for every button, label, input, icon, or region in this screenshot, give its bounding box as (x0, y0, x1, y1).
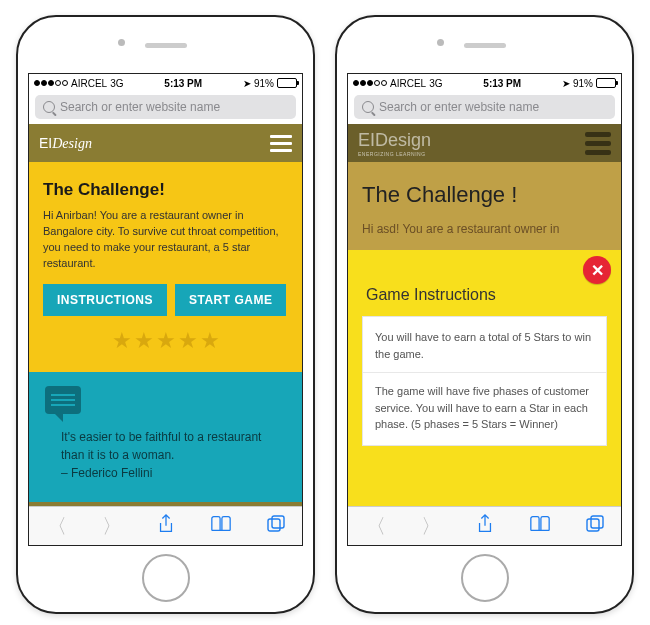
battery-pct: 91% (573, 78, 593, 89)
browser-toolbar: 〈 〉 (29, 506, 302, 545)
instructions-title: Game Instructions (366, 286, 607, 304)
menu-icon[interactable] (270, 135, 292, 152)
app-content: EIDesign ENERGIZING LEARNING The Challen… (348, 124, 621, 506)
signal-dots (34, 80, 68, 86)
star-icon: ★ (178, 328, 198, 354)
instructions-button[interactable]: INSTRUCTIONS (43, 284, 167, 316)
network-label: 3G (429, 78, 442, 89)
brand-logo: EIDesign (39, 135, 92, 152)
browser-toolbar: 〈 〉 (348, 506, 621, 545)
carrier-label: AIRCEL (390, 78, 426, 89)
svg-rect-3 (591, 516, 603, 528)
challenge-body: Hi Anirban! You are a restaurant owner i… (43, 208, 288, 272)
star-icon: ★ (200, 328, 220, 354)
status-bar: AIRCEL 3G 5:13 PM ➤ 91% (348, 74, 621, 92)
challenge-body: Hi asd! You are a restaurant owner in (362, 222, 607, 236)
challenge-title: The Challenge ! (362, 182, 607, 208)
quote-text: It's easier to be faithful to a restaura… (45, 428, 286, 482)
svg-rect-2 (587, 519, 599, 531)
network-label: 3G (110, 78, 123, 89)
close-icon[interactable]: ✕ (583, 256, 611, 284)
challenge-card-dimmed: The Challenge ! Hi asd! You are a restau… (348, 162, 621, 250)
speaker-slot (145, 43, 187, 48)
screen: AIRCEL 3G 5:13 PM ➤ 91% Search or enter … (347, 73, 622, 546)
forward-icon[interactable]: 〉 (421, 513, 441, 540)
address-bar[interactable]: Search or enter website name (354, 95, 615, 119)
address-placeholder: Search or enter website name (60, 100, 220, 114)
battery-pct: 91% (254, 78, 274, 89)
brand-logo: EIDesign ENERGIZING LEARNING (358, 130, 431, 157)
clock: 5:13 PM (483, 78, 521, 89)
speaker-slot (464, 43, 506, 48)
camera-dot (118, 39, 125, 46)
camera-dot (437, 39, 444, 46)
home-button[interactable] (142, 554, 190, 602)
phone-top (337, 17, 632, 73)
status-bar: AIRCEL 3G 5:13 PM ➤ 91% (29, 74, 302, 92)
address-bar[interactable]: Search or enter website name (35, 95, 296, 119)
phone-top (18, 17, 313, 73)
instructions-overlay: ✕ Game Instructions You will have to ear… (348, 250, 621, 506)
location-icon: ➤ (243, 78, 251, 89)
instructions-box: You will have to earn a total of 5 Stars… (362, 316, 607, 446)
battery-icon (277, 78, 297, 88)
star-rating: ★ ★ ★ ★ ★ (43, 328, 288, 354)
svg-rect-1 (272, 516, 284, 528)
tabs-icon[interactable] (586, 515, 604, 538)
bookmarks-icon[interactable] (529, 515, 551, 538)
start-game-button[interactable]: START GAME (175, 284, 286, 316)
star-icon: ★ (112, 328, 132, 354)
carrier-label: AIRCEL (71, 78, 107, 89)
instruction-item: You will have to earn a total of 5 Stars… (375, 329, 594, 362)
clock: 5:13 PM (164, 78, 202, 89)
speech-bubble-icon (45, 386, 81, 414)
share-icon[interactable] (476, 514, 494, 539)
screen: AIRCEL 3G 5:13 PM ➤ 91% Search or enter … (28, 73, 303, 546)
home-button[interactable] (461, 554, 509, 602)
app-header: EIDesign ENERGIZING LEARNING (348, 124, 621, 162)
star-icon: ★ (156, 328, 176, 354)
bookmarks-icon[interactable] (210, 515, 232, 538)
challenge-title: The Challenge! (43, 180, 288, 200)
location-icon: ➤ (562, 78, 570, 89)
challenge-card: The Challenge! Hi Anirban! You are a res… (29, 162, 302, 372)
signal-dots (353, 80, 387, 86)
svg-rect-0 (268, 519, 280, 531)
search-icon (43, 101, 55, 113)
instruction-item: The game will have five phases of custom… (375, 383, 594, 433)
share-icon[interactable] (157, 514, 175, 539)
back-icon[interactable]: 〈 (47, 513, 67, 540)
phone-mockup-2: AIRCEL 3G 5:13 PM ➤ 91% Search or enter … (335, 15, 634, 614)
tabs-icon[interactable] (267, 515, 285, 538)
battery-icon (596, 78, 616, 88)
star-icon: ★ (134, 328, 154, 354)
phone-mockup-1: AIRCEL 3G 5:13 PM ➤ 91% Search or enter … (16, 15, 315, 614)
back-icon[interactable]: 〈 (366, 513, 386, 540)
menu-icon[interactable] (585, 132, 611, 155)
quote-card: It's easier to be faithful to a restaura… (29, 372, 302, 502)
forward-icon[interactable]: 〉 (102, 513, 122, 540)
app-content: EIDesign The Challenge! Hi Anirban! You … (29, 124, 302, 506)
address-placeholder: Search or enter website name (379, 100, 539, 114)
app-header: EIDesign (29, 124, 302, 162)
search-icon (362, 101, 374, 113)
